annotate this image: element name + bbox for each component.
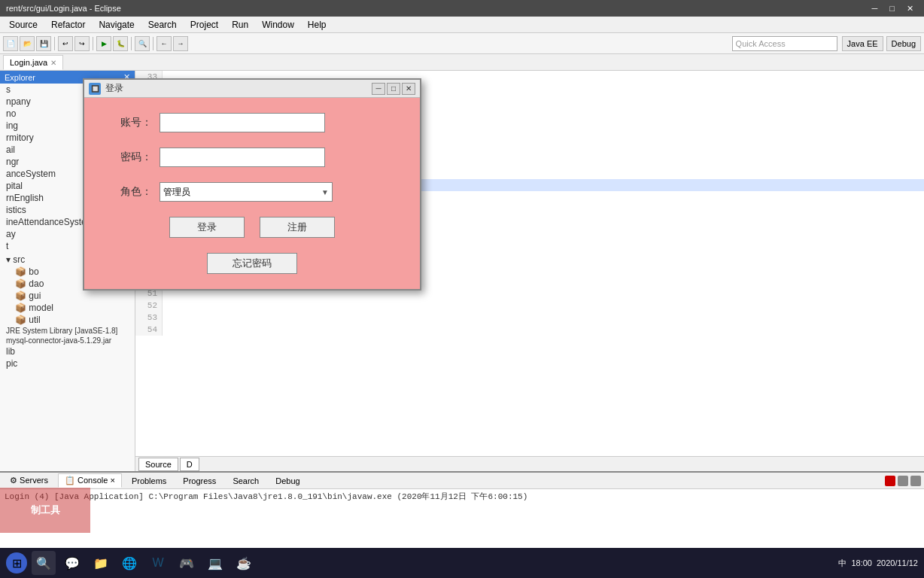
toolbar-save[interactable]: 💾 xyxy=(36,36,51,51)
clear-btn[interactable] xyxy=(898,476,908,486)
taskview-btn[interactable]: 💬 xyxy=(60,551,84,575)
toolbar-debug[interactable]: 🐛 xyxy=(113,36,128,51)
source-tab[interactable]: Source xyxy=(138,458,178,471)
taskbar-date: 2020/11/12 xyxy=(877,558,918,567)
stop-btn[interactable] xyxy=(885,476,895,486)
toolbar-new[interactable]: 📄 xyxy=(3,36,18,51)
dialog-body: 账号： 密码： 角色： 管理员 ▼ 登录 xyxy=(84,98,420,289)
java-ee-label: Java EE xyxy=(847,39,878,48)
bottom-tab-search[interactable]: Search xyxy=(226,474,266,488)
dialog-maximize-btn[interactable]: □ xyxy=(387,83,400,95)
file-explorer-btn[interactable]: 📁 xyxy=(89,551,113,575)
select-arrow-icon: ▼ xyxy=(321,188,329,196)
account-label: 账号： xyxy=(107,116,152,129)
dialog-btn-row2: 忘记密码 xyxy=(107,253,397,274)
tab-label: Login.java xyxy=(10,58,47,67)
menu-refactor[interactable]: Refactor xyxy=(45,18,91,32)
taskbar-right: 中 18:00 2020/11/12 xyxy=(838,558,918,569)
bottom-tab-problems[interactable]: Problems xyxy=(125,474,173,488)
account-input[interactable] xyxy=(160,113,325,132)
browser-btn[interactable]: 🌐 xyxy=(117,551,141,575)
toolbar-run[interactable]: ▶ xyxy=(96,36,111,51)
tab-close-btn[interactable]: ✕ xyxy=(50,59,56,67)
design-tab[interactable]: D xyxy=(180,458,199,471)
taskbar-lang[interactable]: 中 xyxy=(838,558,846,569)
app1-btn[interactable]: 💻 xyxy=(203,551,227,575)
title-text: rent/src/gui/Login.java - Eclipse xyxy=(6,4,121,13)
quick-access-label: Quick Access xyxy=(736,39,786,48)
code-line-54: 54 xyxy=(135,324,924,336)
menu-bar: Source Refactor Navigate Search Project … xyxy=(0,17,924,33)
toolbar-undo[interactable]: ↩ xyxy=(58,36,73,51)
watermark: 制工具 xyxy=(0,488,90,533)
form-row-password: 密码： xyxy=(107,148,397,167)
bottom-tab-progress[interactable]: Progress xyxy=(176,474,223,488)
search-taskbar-btn[interactable]: 🔍 xyxy=(32,551,56,575)
dialog-titlebar: 🔲 登录 ─ □ ✕ xyxy=(84,80,420,98)
editor-tab-login[interactable]: Login.java ✕ xyxy=(3,55,63,70)
console-toolbar xyxy=(885,476,921,486)
toolbar-redo[interactable]: ↪ xyxy=(74,36,90,51)
sidebar-item-model[interactable]: 📦 model xyxy=(0,302,135,314)
toolbar-open[interactable]: 📂 xyxy=(20,36,35,51)
sidebar-item-mysql[interactable]: mysql-connector-java-5.1.29.jar xyxy=(0,336,135,345)
menu-run[interactable]: Run xyxy=(226,18,254,32)
bottom-tab-servers[interactable]: ⚙ Servers xyxy=(3,473,55,488)
sidebar-item-util[interactable]: 📦 util xyxy=(0,314,135,326)
sidebar-item-lib[interactable]: lib xyxy=(0,345,135,357)
quick-access-input[interactable]: Quick Access xyxy=(732,36,837,51)
toolbar: 📄 📂 💾 ↩ ↪ ▶ 🐛 🔍 ← → Quick Access Java EE… xyxy=(0,33,924,54)
editor-bottom-tabs: Source D xyxy=(135,456,924,471)
editor-tabs: Login.java ✕ xyxy=(0,54,924,71)
form-row-account: 账号： xyxy=(107,113,397,132)
menu-help[interactable]: Help xyxy=(302,18,333,32)
role-label: 角色： xyxy=(107,185,152,199)
toolbar-back[interactable]: ← xyxy=(157,36,172,51)
toolbar-sep2 xyxy=(93,37,93,50)
dialog-minimize-btn[interactable]: ─ xyxy=(372,83,385,95)
word-btn[interactable]: W xyxy=(146,551,170,575)
menu-project[interactable]: Project xyxy=(184,18,224,32)
taskbar-time: 18:00 xyxy=(851,558,872,567)
sidebar-item-jre[interactable]: JRE System Library [JavaSE-1.8] xyxy=(0,326,135,336)
menu-search[interactable]: Search xyxy=(142,18,183,32)
close-btn[interactable]: ✕ xyxy=(902,4,918,14)
sidebar-item-gui[interactable]: 📦 gui xyxy=(0,290,135,302)
dialog-controls: ─ □ ✕ xyxy=(372,83,415,95)
password-input[interactable] xyxy=(160,148,325,167)
form-row-role: 角色： 管理员 ▼ xyxy=(107,182,397,202)
toolbar-search[interactable]: 🔍 xyxy=(135,36,150,51)
start-button[interactable]: ⊞ xyxy=(6,552,27,573)
menu-navigate[interactable]: Navigate xyxy=(93,18,140,32)
taskbar: ⊞ 🔍 💬 📁 🌐 W 🎮 💻 ☕ 中 18:00 2020/11/12 xyxy=(0,548,924,578)
dialog-title-icon: 🔲 xyxy=(89,83,101,95)
menu-source[interactable]: Source xyxy=(3,18,44,32)
role-value: 管理员 xyxy=(163,186,190,199)
forgot-password-button[interactable]: 忘记密码 xyxy=(207,253,297,274)
toolbar-sep1 xyxy=(54,37,55,50)
sidebar-title: Explorer xyxy=(5,73,35,82)
menu-window[interactable]: Window xyxy=(256,18,300,32)
game-btn[interactable]: 🎮 xyxy=(175,551,199,575)
minimize-btn[interactable]: ─ xyxy=(868,4,883,14)
login-button[interactable]: 登录 xyxy=(169,217,245,238)
bottom-tab-console[interactable]: 📋 Console × xyxy=(58,473,122,488)
maximize-btn[interactable]: □ xyxy=(885,4,899,14)
toolbar-sep3 xyxy=(131,37,132,50)
dialog-close-btn[interactable]: ✕ xyxy=(402,83,415,95)
debug-label: Debug xyxy=(892,39,916,48)
bottom-tab-debug[interactable]: Debug xyxy=(269,474,306,488)
toolbar-forward[interactable]: → xyxy=(173,36,188,51)
dialog-title-text: 登录 xyxy=(105,82,367,95)
code-line-53: 53 xyxy=(135,312,924,324)
debug-btn[interactable]: Debug xyxy=(886,36,921,51)
watermark-text: 制工具 xyxy=(31,503,60,517)
java-ee-btn[interactable]: Java EE xyxy=(842,36,883,51)
role-select[interactable]: 管理员 ▼ xyxy=(160,182,333,202)
dialog-btn-row1: 登录 注册 xyxy=(107,217,397,238)
sidebar-item-pic[interactable]: pic xyxy=(0,357,135,370)
scroll-lock-btn[interactable] xyxy=(910,476,921,486)
password-label: 密码： xyxy=(107,151,152,164)
register-button[interactable]: 注册 xyxy=(260,217,335,238)
app2-btn[interactable]: ☕ xyxy=(232,551,256,575)
